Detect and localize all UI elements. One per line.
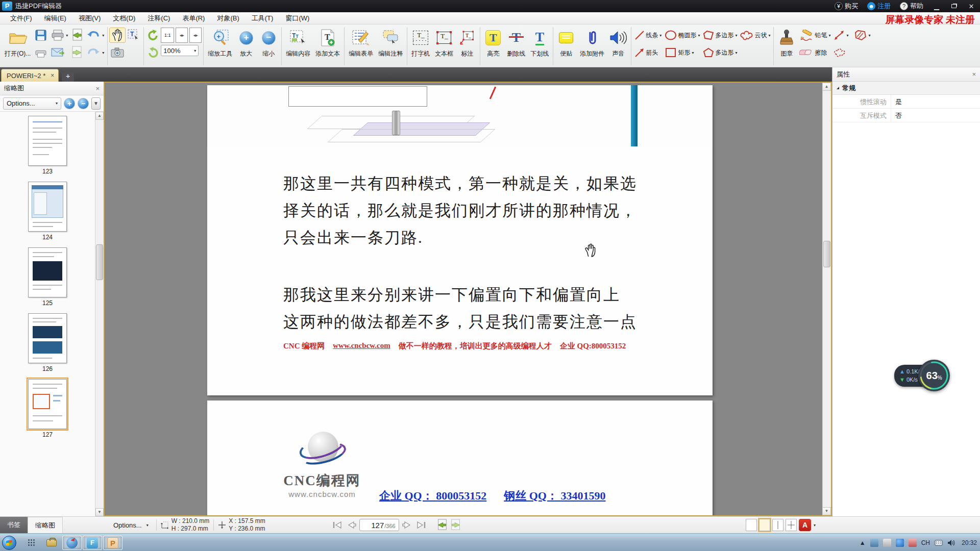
textbox-button[interactable]: T_ 文本框 (432, 26, 456, 67)
rotate-cw-button[interactable] (145, 45, 161, 60)
menu-window[interactable]: 窗口(W) (279, 12, 315, 24)
menu-form[interactable]: 表单(R) (176, 12, 211, 24)
last-page-button[interactable] (415, 520, 427, 530)
open-button[interactable]: 打开(O)... (2, 26, 33, 67)
polygon2-tool-button[interactable]: 多边形▾ (701, 45, 739, 60)
scroll-up-icon[interactable]: ▲ (95, 112, 104, 120)
first-page-button[interactable] (332, 520, 343, 530)
menu-view[interactable]: 视图(V) (72, 12, 107, 24)
undo-button[interactable]: ▾ (85, 28, 106, 43)
sound-button[interactable]: 声音 (607, 26, 629, 67)
next-view-button[interactable] (450, 519, 461, 531)
single-page-view-button[interactable] (746, 519, 757, 531)
add-text-button[interactable]: T 添加文本 (313, 26, 342, 67)
measure-perimeter-button[interactable] (832, 45, 872, 60)
ellipse-tool-button[interactable]: 椭圆形▾ (663, 28, 701, 43)
help-button[interactable]: ? 帮助 (896, 2, 927, 11)
taskbar-p-app[interactable]: P (103, 536, 122, 550)
previous-view-doc-button[interactable] (69, 28, 85, 43)
qq-wire-link[interactable]: 钢丝 QQ： 33401590 (504, 488, 605, 504)
next-page-button[interactable] (402, 520, 413, 530)
measure-area-button[interactable]: ▾ (853, 28, 872, 43)
fit-page-button[interactable] (176, 28, 188, 43)
edit-form-button[interactable]: 编辑表单 (346, 26, 376, 67)
arrow-tool-button[interactable]: 箭头 (633, 45, 663, 60)
thumbnail-scrollbar[interactable]: ▲ ▼ (95, 112, 104, 516)
property-row-exclusive[interactable]: 互斥模式 否 (832, 109, 980, 122)
language-indicator[interactable]: CH (921, 539, 930, 546)
thumbnail-page-126[interactable]: 126 (28, 313, 67, 372)
stamp-button[interactable]: 图章 (775, 26, 798, 67)
thumbnail-page-127-selected[interactable]: 127 (28, 379, 67, 438)
tray-app-icon[interactable] (909, 539, 917, 547)
save-button[interactable] (33, 28, 48, 43)
thumbnail-zoom-in-button[interactable]: + (64, 98, 75, 109)
volume-icon[interactable] (947, 539, 955, 546)
previous-view-button[interactable] (436, 519, 448, 531)
fit-width-button[interactable] (189, 28, 202, 43)
measure-distance-button[interactable]: ▾ (832, 28, 850, 43)
taskbar-files-icon[interactable] (42, 536, 61, 550)
edit-annotation-button[interactable]: 编辑注释 (376, 26, 405, 67)
thumbnail-page-124[interactable]: 124 (28, 182, 67, 241)
two-page-view-button[interactable] (772, 519, 783, 531)
network-speed-overlay[interactable]: ▲ 0.1K/s ▼ 0K/s 63 % (894, 360, 950, 391)
menu-object[interactable]: 对象(B) (211, 12, 245, 24)
zoom-out-button[interactable]: − 缩小 (257, 26, 280, 67)
taskbar-launcher-icon[interactable] (21, 536, 41, 550)
highlight-button[interactable]: T 高亮 (482, 26, 504, 67)
panel-tab-bookmarks[interactable]: 书签 (0, 517, 28, 533)
rectangle-tool-button[interactable]: 矩形▾ (663, 45, 701, 60)
document-scrollbar[interactable]: ▲ ▼ (822, 83, 831, 515)
zoom-in-button[interactable]: + 放大 (235, 26, 257, 67)
email-button[interactable] (50, 45, 66, 60)
snapshot-camera-button[interactable] (109, 45, 126, 60)
menu-edit[interactable]: 编辑(E) (38, 12, 72, 24)
underline-button[interactable]: T 下划线 (528, 26, 551, 67)
thumbnail-page-123[interactable]: 123 (28, 116, 67, 175)
redo-button[interactable]: ▾ (85, 45, 106, 60)
register-button[interactable]: ☻ 注册 (864, 2, 894, 11)
menu-document[interactable]: 文档(D) (107, 12, 141, 24)
polygon-tool-button[interactable]: 多边形▾ (701, 28, 739, 43)
statusbar-options-dropdown[interactable]: Options... ▾ (110, 519, 152, 531)
panel-close-icon[interactable]: × (95, 85, 100, 92)
menu-comment[interactable]: 注释(C) (141, 12, 176, 24)
previous-page-button[interactable] (346, 520, 357, 530)
meter-percentage-circle[interactable]: 63 % (918, 360, 950, 391)
callout-button[interactable]: T_ 标注 (456, 26, 478, 67)
taskbar-powermill-app[interactable] (62, 536, 82, 550)
tray-expand-icon[interactable]: ▲ (860, 539, 866, 546)
print-button[interactable]: ▾ (50, 28, 69, 43)
keyboard-icon[interactable] (935, 539, 943, 546)
pencil-tool-button[interactable]: 铅笔▾ (798, 28, 832, 43)
thumbnail-zoom-out-button[interactable]: − (78, 98, 89, 109)
new-tab-button[interactable]: + (62, 71, 74, 82)
page-number-input[interactable]: 127 /366 (359, 519, 399, 531)
zoom-marquee-tool-button[interactable]: + 缩放工具 (205, 26, 235, 67)
actual-size-button[interactable]: 1:1 (161, 28, 174, 43)
four-page-view-button[interactable] (786, 519, 797, 531)
scroll-down-icon[interactable]: ▼ (95, 508, 104, 516)
eraser-tool-button[interactable]: 擦除 (798, 45, 832, 60)
tray-app-icon[interactable] (896, 539, 904, 547)
qq-company-link[interactable]: 企业 QQ： 800053152 (379, 488, 486, 504)
section-general[interactable]: 常规 (832, 82, 980, 95)
chevron-down-icon[interactable]: ▼ (91, 97, 101, 110)
dropdown-caret[interactable]: ▾ (814, 523, 816, 528)
tray-app-icon[interactable] (870, 539, 878, 547)
add-attachment-button[interactable]: 添加附件 (577, 26, 607, 67)
panel-close-icon[interactable]: × (972, 70, 976, 78)
start-button[interactable] (2, 536, 16, 550)
taskbar-pdf-editor-app[interactable]: F (83, 536, 102, 550)
property-row-inertia[interactable]: 惯性滚动 是 (832, 95, 980, 109)
panel-tab-thumbnails[interactable]: 缩略图 (28, 517, 63, 533)
sticky-note-button[interactable]: 便贴 (555, 26, 577, 67)
strikethrough-button[interactable]: T 删除线 (504, 26, 528, 67)
restore-button[interactable] (946, 1, 962, 11)
tray-app-icon[interactable] (883, 539, 891, 547)
print-page-button[interactable] (33, 45, 48, 60)
tab-close-icon[interactable]: × (51, 72, 54, 79)
menu-file[interactable]: 文件(F) (4, 12, 38, 24)
next-view-doc-button[interactable] (69, 45, 85, 60)
